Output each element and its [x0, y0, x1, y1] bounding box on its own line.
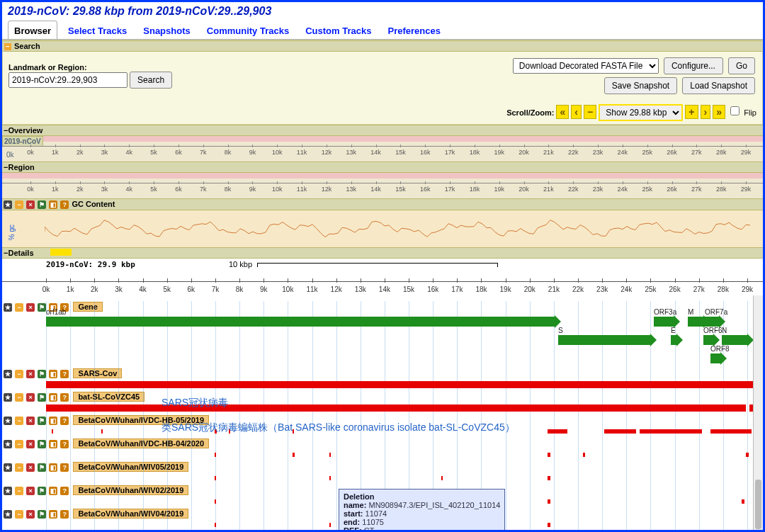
scroll-home-button[interactable]: «	[556, 105, 569, 119]
alignment-segment[interactable]	[604, 429, 636, 434]
feature-tooltip: Deletion name: MN908947.3/EPI_ISL_402120…	[339, 489, 505, 532]
details-panel: 2019-nCoV: 29.9 kbp 10 kbp 0k1k2k3k4k5k6…	[2, 259, 763, 532]
overview-header[interactable]: −Overview	[2, 125, 763, 136]
alignment-segment[interactable]	[329, 476, 331, 480]
alignment-segment[interactable]	[329, 523, 331, 527]
zoom-select[interactable]: Show 29.88 kbp	[599, 104, 683, 121]
gc-track-header[interactable]: ★ − × ⚑ ◧ ? GC Content	[2, 198, 763, 210]
alignment-segment[interactable]	[742, 499, 744, 504]
details-ruler: 2019-nCoV: 29.9 kbp 10 kbp 0k1k2k3k4k5k6…	[2, 260, 763, 301]
region-header[interactable]: −Region	[2, 162, 763, 173]
vertical-scrollbar[interactable]	[753, 295, 763, 532]
go-button[interactable]: Go	[728, 57, 755, 74]
gene-ORF6[interactable]: ORF6	[703, 335, 713, 345]
alignment-segment[interactable]	[215, 523, 216, 527]
tab-preferences[interactable]: Preferences	[382, 21, 446, 39]
share-icon[interactable]: ⚑	[38, 200, 46, 209]
configure-button[interactable]: Configure...	[664, 57, 723, 74]
page-title: 2019-nCoV: 29.88 kbp from 2019-nCoV:29..…	[2, 2, 763, 21]
save-snapshot-button[interactable]: Save Snapshot	[604, 77, 677, 94]
tab-snapshots[interactable]: Snapshots	[137, 21, 196, 39]
collapse-icon[interactable]: −	[4, 43, 11, 50]
favorite-icon[interactable]: ★	[4, 200, 12, 209]
tab-select-tracks[interactable]: Select Tracks	[62, 21, 132, 39]
alignment-segment[interactable]	[441, 476, 443, 480]
scroll-left-button[interactable]: ‹	[571, 105, 582, 119]
collapse-icon[interactable]: −	[15, 200, 23, 209]
region-ruler: 0k1k2k3k4k5k6k7k8k9k10k11k12k13k14k15k16…	[2, 173, 763, 198]
alignment-segment[interactable]	[329, 453, 331, 457]
search-button[interactable]: Search	[130, 72, 172, 89]
details-header[interactable]: −Details	[2, 247, 763, 259]
alignment-segment[interactable]	[215, 499, 216, 504]
zoom-out-button[interactable]: −	[584, 105, 596, 119]
alignment-segment[interactable]	[46, 381, 753, 388]
alignment-segment[interactable]	[548, 523, 550, 527]
alignment-segment[interactable]	[640, 429, 702, 434]
sars-annotation: SARS冠状病毒	[162, 397, 228, 409]
alignment-segment[interactable]	[548, 499, 550, 504]
batsl-annotation: 类SARS冠状病毒蝙蝠株（Bat SARS-like coronavirus i…	[162, 421, 515, 434]
alignment-segment[interactable]	[583, 453, 585, 457]
alignment-segment[interactable]	[548, 453, 550, 457]
zoom-in-button[interactable]: +	[685, 105, 698, 119]
gene-ORF7a[interactable]: ORF7a	[705, 317, 719, 327]
alignment-segment[interactable]	[52, 429, 53, 434]
gc-content-plot: % gc	[2, 210, 763, 247]
config-icon[interactable]: ◧	[49, 200, 57, 209]
scroll-zoom-bar: Scroll/Zoom: « ‹ − Show 29.88 kbp + › » …	[3, 103, 762, 124]
gene-ORF3a[interactable]: ORF3a	[654, 317, 674, 327]
tab-custom-tracks[interactable]: Custom Tracks	[300, 21, 377, 39]
overview-ruler: 2019-nCoV 0k 0k1k2k3k4k5k6k7k8k9k10k11k1…	[2, 136, 763, 162]
gene-N[interactable]: N	[722, 335, 747, 345]
right-controls: Download Decorated FASTA File Configure.…	[511, 56, 756, 96]
alignment-segment[interactable]	[710, 429, 752, 434]
tab-community-tracks[interactable]: Community Tracks	[201, 21, 295, 39]
scroll-right-button[interactable]: ›	[701, 105, 711, 119]
gene-S[interactable]: S	[558, 335, 650, 345]
load-snapshot-button[interactable]: Load Snapshot	[682, 77, 755, 94]
highlight-bar	[50, 249, 72, 256]
alignment-segment[interactable]	[548, 429, 567, 434]
scroll-end-button[interactable]: »	[713, 105, 725, 119]
gene-M[interactable]: M	[688, 317, 703, 327]
alignment-segment[interactable]	[46, 404, 746, 412]
search-section-header[interactable]: −Search	[3, 40, 762, 52]
gene-ORF8[interactable]: ORF8	[710, 353, 720, 363]
alignment-segment[interactable]	[293, 453, 295, 457]
alignment-segment[interactable]	[548, 476, 550, 480]
tab-browser[interactable]: Browser	[8, 21, 57, 39]
alignment-segment[interactable]	[215, 476, 216, 480]
landmark-label: Landmark or Region:	[8, 63, 87, 72]
flip-checkbox[interactable]	[730, 106, 740, 115]
gene-orf1ab[interactable]: orf1ab	[46, 317, 555, 327]
download-select[interactable]: Download Decorated FASTA File	[513, 58, 659, 74]
question-icon[interactable]: ?	[60, 200, 69, 209]
alignment-segment[interactable]	[746, 453, 749, 457]
close-icon[interactable]: ×	[26, 200, 35, 209]
alignment-segment[interactable]	[215, 453, 216, 457]
gene-track: orf1abSORF3aMORF7aEORF6NORF8	[2, 312, 763, 368]
region-input[interactable]	[8, 72, 128, 88]
gene-E[interactable]: E	[671, 335, 676, 345]
tab-bar: Browser Select Tracks Snapshots Communit…	[2, 21, 763, 40]
alignment-segment[interactable]	[101, 429, 103, 434]
